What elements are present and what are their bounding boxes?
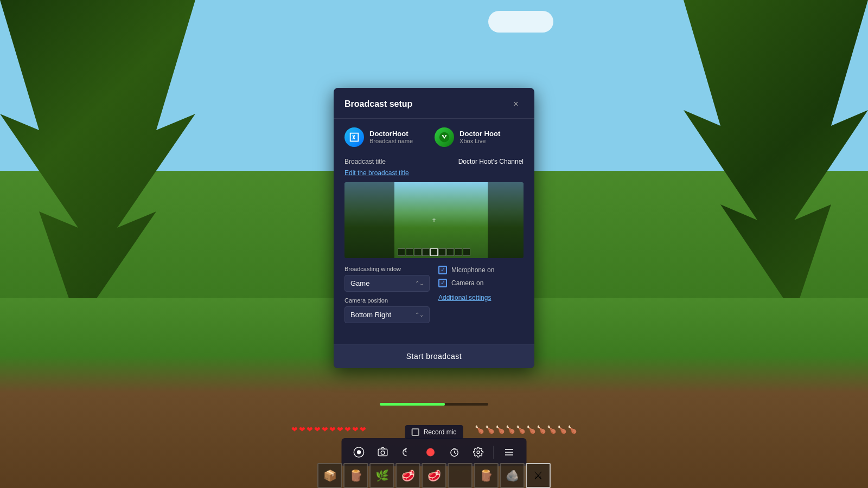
hunger-9: 🍗	[557, 425, 566, 434]
start-broadcast-button[interactable]: Start broadcast	[334, 344, 534, 368]
broadcast-title-value: Doctor Hoot's Channel	[458, 158, 524, 165]
more-button[interactable]	[499, 441, 520, 463]
right-controls: Microphone on Camera on Additional setti…	[438, 266, 524, 302]
inventory-slot-8: 🪨	[500, 463, 525, 488]
broadcast-title-label: Broadcast title	[344, 158, 386, 165]
inventory-slot-3: 🌿	[369, 463, 394, 488]
xbox-account-type: Xbox Live	[459, 138, 500, 144]
svg-point-7	[426, 448, 435, 457]
record-mic-label: Record mic	[424, 428, 457, 436]
mixer-account-info: DoctorHoot Broadcast name	[369, 130, 413, 144]
preview-hotbar-slot	[414, 248, 422, 256]
broadcasting-window-chevron: ⌃⌄	[415, 280, 424, 286]
inventory-slot-5: 🥩	[422, 463, 446, 488]
hunger-8: 🍗	[547, 425, 556, 434]
edit-broadcast-title-link[interactable]: Edit the broadcast title	[344, 169, 409, 177]
record-button[interactable]	[420, 441, 442, 463]
heart-4: ❤	[314, 425, 321, 434]
preview-hotbar-slot	[398, 248, 405, 256]
preview-hotbar-slot	[406, 248, 413, 256]
hunger-4: 🍗	[506, 425, 515, 434]
inventory-bar: 📦 🪵 🌿 🥩 🥩 🪵 🪨 ⚔	[317, 463, 551, 488]
preview-game-bg: +	[344, 182, 524, 258]
broadcasting-window-value: Game	[350, 279, 369, 287]
rewind-button[interactable]	[396, 441, 418, 463]
xbox-button[interactable]	[348, 441, 370, 463]
inventory-slot-2: 🪵	[343, 463, 368, 488]
preview-hotbar-slot	[446, 248, 454, 256]
mixer-account-type: Broadcast name	[369, 138, 413, 144]
camera-position-group: Camera position Bottom Right ⌃⌄	[344, 297, 430, 323]
preview-dark-left	[344, 182, 394, 258]
close-button[interactable]: ×	[508, 97, 524, 112]
xp-bar-container	[380, 403, 488, 406]
camera-label: Camera on	[451, 279, 483, 287]
additional-settings-link[interactable]: Additional settings	[438, 294, 491, 301]
hunger-row: 🍗 🍗 🍗 🍗 🍗 🍗 🍗 🍗 🍗 🍗	[475, 425, 577, 434]
left-controls: Broadcasting window Game ⌃⌄ Camera posit…	[344, 266, 430, 329]
hunger-7: 🍗	[537, 425, 546, 434]
hunger-10: 🍗	[567, 425, 577, 434]
heart-9: ❤	[352, 425, 359, 434]
svg-point-6	[381, 451, 385, 455]
camera-position-select[interactable]: Bottom Right ⌃⌄	[344, 306, 430, 323]
preview-hotbar-slot	[463, 248, 470, 256]
toolbar-divider	[494, 446, 494, 459]
inventory-slot-9: ⚔	[526, 463, 551, 488]
controls-row: Broadcasting window Game ⌃⌄ Camera posit…	[344, 266, 524, 329]
mixer-avatar	[344, 127, 364, 147]
inventory-slot-7: 🪵	[474, 463, 499, 488]
svg-point-0	[439, 132, 449, 142]
broadcasting-window-label: Broadcasting window	[344, 266, 430, 272]
heart-1: ❤	[291, 425, 298, 434]
xp-bar-fill	[380, 403, 445, 406]
svg-point-1	[442, 134, 444, 136]
svg-point-2	[445, 134, 446, 136]
preview-hotbar-slot	[455, 248, 462, 256]
timer-button[interactable]	[444, 441, 465, 463]
heart-5: ❤	[322, 425, 328, 434]
camera-position-chevron: ⌃⌄	[415, 312, 424, 318]
preview-crosshair: +	[432, 216, 436, 224]
preview-hotbar-slot	[438, 248, 446, 256]
dialog-title: Broadcast setup	[344, 99, 412, 109]
camera-checkbox-row: Camera on	[438, 279, 524, 287]
preview-hotbar	[398, 248, 470, 256]
svg-point-4	[357, 450, 361, 454]
xbox-account-name: Doctor Hoot	[459, 130, 500, 138]
heart-10: ❤	[360, 425, 366, 434]
dialog-overlay: Broadcast setup × DoctorHoot Broadcast n…	[0, 0, 868, 488]
accounts-row: DoctorHoot Broadcast name D	[344, 127, 524, 147]
inventory-slot-6	[448, 463, 473, 488]
heart-3: ❤	[307, 425, 313, 434]
dialog-body: DoctorHoot Broadcast name D	[334, 119, 534, 344]
microphone-checkbox[interactable]	[438, 266, 447, 274]
hunger-1: 🍗	[475, 425, 484, 434]
camera-checkbox[interactable]	[438, 279, 447, 287]
hunger-2: 🍗	[485, 425, 494, 434]
broadcast-title-row: Broadcast title Doctor Hoot's Channel	[344, 158, 524, 165]
xbox-account-info: Doctor Hoot Xbox Live	[459, 130, 500, 144]
microphone-label: Microphone on	[451, 266, 494, 274]
microphone-checkbox-row: Microphone on	[438, 266, 524, 274]
heart-2: ❤	[299, 425, 305, 434]
svg-point-9	[477, 451, 480, 454]
svg-rect-5	[378, 449, 387, 456]
broadcasting-window-group: Broadcasting window Game ⌃⌄	[344, 266, 430, 292]
record-mic-checkbox[interactable]	[412, 428, 419, 436]
game-bar: ❤ ❤ ❤ ❤ ❤ ❤ ❤ ❤ ❤ ❤ 🍗 🍗 🍗 🍗 🍗 🍗 🍗 🍗 🍗 🍗 …	[0, 434, 868, 488]
screenshot-button[interactable]	[372, 441, 394, 463]
hunger-3: 🍗	[495, 425, 505, 434]
camera-position-label: Camera position	[344, 297, 430, 304]
xbox-avatar	[435, 127, 454, 147]
broadcast-dialog: Broadcast setup × DoctorHoot Broadcast n…	[334, 88, 534, 368]
preview-hotbar-slot-active	[430, 248, 438, 256]
hunger-6: 🍗	[526, 425, 535, 434]
preview-hotbar-slot	[422, 248, 430, 256]
record-mic-tooltip: Record mic	[405, 425, 463, 439]
settings-button[interactable]	[468, 441, 489, 463]
preview-dark-right	[488, 182, 524, 258]
broadcasting-window-select[interactable]: Game ⌃⌄	[344, 275, 430, 292]
heart-8: ❤	[344, 425, 351, 434]
inventory-slot-1: 📦	[317, 463, 342, 488]
